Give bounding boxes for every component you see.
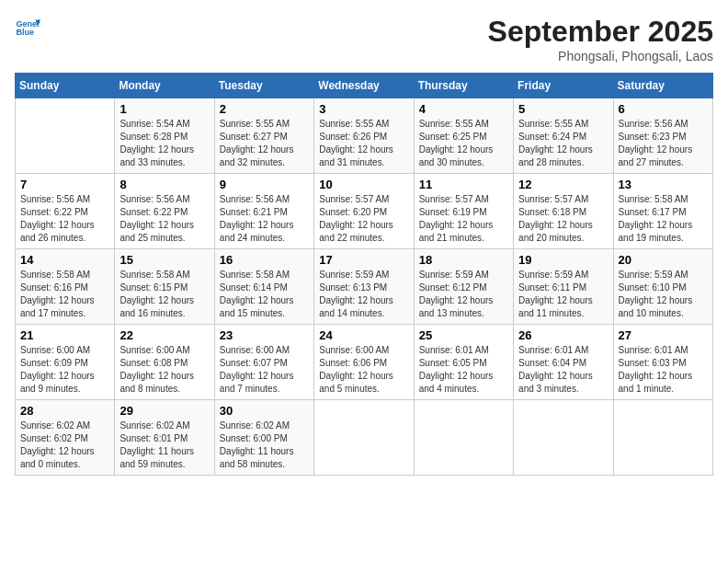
day-number: 8	[119, 178, 209, 191]
day-number: 20	[619, 253, 708, 267]
cell-sun-info: Sunrise: 5:56 AM Sunset: 6:23 PM Dayligh…	[619, 118, 708, 169]
calendar-cell: 1Sunrise: 5:54 AM Sunset: 6:28 PM Daylig…	[115, 98, 214, 174]
cell-sun-info: Sunrise: 5:58 AM Sunset: 6:16 PM Dayligh…	[20, 269, 109, 320]
day-number: 13	[619, 178, 708, 191]
day-number: 14	[20, 253, 109, 267]
calendar-cell: 5Sunrise: 5:55 AM Sunset: 6:24 PM Daylig…	[514, 98, 613, 174]
page-header: General Blue September 2025 Phongsali, P…	[15, 15, 713, 63]
calendar-cell: 28Sunrise: 6:02 AM Sunset: 6:02 PM Dayli…	[16, 400, 115, 476]
col-header-tuesday: Tuesday	[214, 74, 313, 98]
col-header-sunday: Sunday	[16, 74, 115, 98]
cell-sun-info: Sunrise: 6:01 AM Sunset: 6:03 PM Dayligh…	[619, 344, 708, 396]
calendar-header-row: SundayMondayTuesdayWednesdayThursdayFrid…	[16, 74, 713, 98]
calendar-cell: 29Sunrise: 6:02 AM Sunset: 6:01 PM Dayli…	[115, 400, 214, 476]
cell-sun-info: Sunrise: 5:57 AM Sunset: 6:19 PM Dayligh…	[419, 193, 508, 245]
day-number: 15	[119, 253, 209, 267]
cell-sun-info: Sunrise: 5:55 AM Sunset: 6:27 PM Dayligh…	[220, 118, 309, 169]
title-area: September 2025 Phongsali, Phongsali, Lao…	[488, 15, 713, 63]
cell-sun-info: Sunrise: 5:58 AM Sunset: 6:17 PM Dayligh…	[619, 193, 708, 245]
calendar-cell: 14Sunrise: 5:58 AM Sunset: 6:16 PM Dayli…	[16, 249, 115, 325]
cell-sun-info: Sunrise: 5:57 AM Sunset: 6:20 PM Dayligh…	[319, 193, 408, 245]
cell-sun-info: Sunrise: 5:55 AM Sunset: 6:24 PM Dayligh…	[518, 118, 608, 169]
cell-sun-info: Sunrise: 5:55 AM Sunset: 6:26 PM Dayligh…	[319, 118, 408, 169]
calendar-cell: 13Sunrise: 5:58 AM Sunset: 6:17 PM Dayli…	[613, 174, 712, 249]
cell-sun-info: Sunrise: 5:58 AM Sunset: 6:14 PM Dayligh…	[220, 269, 309, 320]
calendar-cell: 26Sunrise: 6:01 AM Sunset: 6:04 PM Dayli…	[514, 325, 613, 400]
calendar-cell: 2Sunrise: 5:55 AM Sunset: 6:27 PM Daylig…	[214, 98, 313, 174]
cell-sun-info: Sunrise: 5:59 AM Sunset: 6:11 PM Dayligh…	[518, 269, 608, 320]
cell-sun-info: Sunrise: 5:58 AM Sunset: 6:15 PM Dayligh…	[119, 269, 209, 320]
calendar-cell: 15Sunrise: 5:58 AM Sunset: 6:15 PM Dayli…	[115, 249, 214, 325]
day-number: 27	[619, 328, 708, 342]
calendar-cell: 24Sunrise: 6:00 AM Sunset: 6:06 PM Dayli…	[314, 325, 414, 400]
day-number: 10	[319, 178, 408, 191]
svg-text:Blue: Blue	[16, 28, 34, 37]
calendar-cell: 19Sunrise: 5:59 AM Sunset: 6:11 PM Dayli…	[514, 249, 613, 325]
calendar-cell: 17Sunrise: 5:59 AM Sunset: 6:13 PM Dayli…	[314, 249, 414, 325]
day-number: 5	[518, 102, 608, 116]
cell-sun-info: Sunrise: 5:59 AM Sunset: 6:13 PM Dayligh…	[319, 269, 408, 320]
cell-sun-info: Sunrise: 6:02 AM Sunset: 6:02 PM Dayligh…	[20, 419, 109, 471]
calendar-cell	[414, 400, 513, 476]
day-number: 26	[518, 328, 608, 342]
cell-sun-info: Sunrise: 5:54 AM Sunset: 6:28 PM Dayligh…	[119, 118, 209, 169]
calendar-week-row: 21Sunrise: 6:00 AM Sunset: 6:09 PM Dayli…	[16, 325, 713, 400]
day-number: 24	[319, 328, 408, 342]
calendar-cell	[16, 98, 115, 174]
calendar-cell: 27Sunrise: 6:01 AM Sunset: 6:03 PM Dayli…	[613, 325, 712, 400]
cell-sun-info: Sunrise: 6:02 AM Sunset: 6:01 PM Dayligh…	[119, 419, 209, 471]
day-number: 23	[220, 328, 309, 342]
cell-sun-info: Sunrise: 5:55 AM Sunset: 6:25 PM Dayligh…	[419, 118, 508, 169]
day-number: 3	[319, 102, 408, 116]
calendar-cell: 9Sunrise: 5:56 AM Sunset: 6:21 PM Daylig…	[214, 174, 313, 249]
day-number: 4	[419, 102, 508, 116]
day-number: 25	[419, 328, 508, 342]
calendar-cell: 18Sunrise: 5:59 AM Sunset: 6:12 PM Dayli…	[414, 249, 513, 325]
day-number: 29	[119, 404, 209, 418]
col-header-saturday: Saturday	[613, 74, 712, 98]
day-number: 28	[20, 404, 109, 418]
day-number: 17	[319, 253, 408, 267]
calendar-cell: 12Sunrise: 5:57 AM Sunset: 6:18 PM Dayli…	[514, 174, 613, 249]
calendar-cell: 8Sunrise: 5:56 AM Sunset: 6:22 PM Daylig…	[115, 174, 214, 249]
calendar-cell: 22Sunrise: 6:00 AM Sunset: 6:08 PM Dayli…	[115, 325, 214, 400]
cell-sun-info: Sunrise: 6:02 AM Sunset: 6:00 PM Dayligh…	[220, 419, 309, 471]
day-number: 7	[20, 178, 109, 191]
calendar-cell: 20Sunrise: 5:59 AM Sunset: 6:10 PM Dayli…	[613, 249, 712, 325]
day-number: 21	[20, 328, 109, 342]
day-number: 1	[119, 102, 209, 116]
day-number: 9	[220, 178, 309, 191]
cell-sun-info: Sunrise: 6:00 AM Sunset: 6:06 PM Dayligh…	[319, 344, 408, 396]
cell-sun-info: Sunrise: 6:00 AM Sunset: 6:07 PM Dayligh…	[220, 344, 309, 396]
month-title: September 2025	[488, 15, 713, 49]
col-header-friday: Friday	[514, 74, 613, 98]
cell-sun-info: Sunrise: 5:56 AM Sunset: 6:22 PM Dayligh…	[119, 193, 209, 245]
col-header-wednesday: Wednesday	[314, 74, 414, 98]
calendar-cell: 25Sunrise: 6:01 AM Sunset: 6:05 PM Dayli…	[414, 325, 513, 400]
day-number: 30	[220, 404, 309, 418]
calendar-cell	[613, 400, 712, 476]
calendar-cell: 3Sunrise: 5:55 AM Sunset: 6:26 PM Daylig…	[314, 98, 414, 174]
day-number: 2	[220, 102, 309, 116]
calendar-cell: 30Sunrise: 6:02 AM Sunset: 6:00 PM Dayli…	[214, 400, 313, 476]
calendar-cell: 10Sunrise: 5:57 AM Sunset: 6:20 PM Dayli…	[314, 174, 414, 249]
day-number: 19	[518, 253, 608, 267]
day-number: 12	[518, 178, 608, 191]
logo: General Blue	[15, 15, 40, 40]
cell-sun-info: Sunrise: 6:00 AM Sunset: 6:09 PM Dayligh…	[20, 344, 109, 396]
col-header-thursday: Thursday	[414, 74, 513, 98]
calendar-cell: 4Sunrise: 5:55 AM Sunset: 6:25 PM Daylig…	[414, 98, 513, 174]
calendar-cell	[514, 400, 613, 476]
calendar-cell: 7Sunrise: 5:56 AM Sunset: 6:22 PM Daylig…	[16, 174, 115, 249]
cell-sun-info: Sunrise: 5:56 AM Sunset: 6:21 PM Dayligh…	[220, 193, 309, 245]
calendar-table: SundayMondayTuesdayWednesdayThursdayFrid…	[15, 73, 713, 476]
calendar-cell	[314, 400, 414, 476]
calendar-week-row: 28Sunrise: 6:02 AM Sunset: 6:02 PM Dayli…	[16, 400, 713, 476]
calendar-cell: 6Sunrise: 5:56 AM Sunset: 6:23 PM Daylig…	[613, 98, 712, 174]
location-subtitle: Phongsali, Phongsali, Laos	[488, 49, 713, 63]
calendar-cell: 11Sunrise: 5:57 AM Sunset: 6:19 PM Dayli…	[414, 174, 513, 249]
col-header-monday: Monday	[115, 74, 214, 98]
cell-sun-info: Sunrise: 5:57 AM Sunset: 6:18 PM Dayligh…	[518, 193, 608, 245]
cell-sun-info: Sunrise: 6:00 AM Sunset: 6:08 PM Dayligh…	[119, 344, 209, 396]
cell-sun-info: Sunrise: 5:59 AM Sunset: 6:10 PM Dayligh…	[619, 269, 708, 320]
